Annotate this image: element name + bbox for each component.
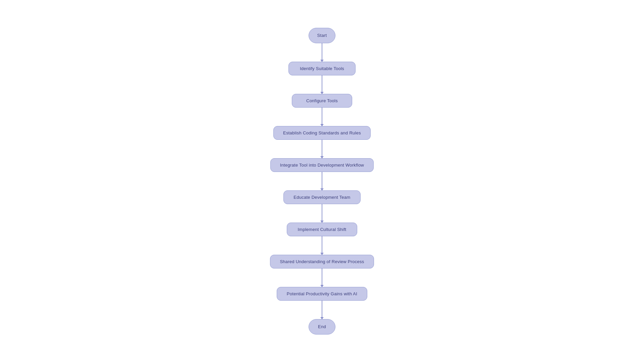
node-productivity-gains: Potential Productivity Gains with AI (277, 287, 367, 301)
flowchart: Start Identify Suitable Tools Configure … (270, 28, 374, 335)
connector-7 (322, 236, 322, 255)
node-end: End (309, 319, 335, 335)
node-configure-tools: Configure Tools (292, 94, 352, 108)
connector-3 (322, 108, 322, 126)
connector-2 (322, 75, 322, 94)
node-educate-team: Educate Development Team (283, 190, 361, 204)
connector-4 (322, 140, 322, 158)
node-identify-tools: Identify Suitable Tools (288, 62, 356, 75)
connector-8 (322, 268, 322, 287)
node-implement-cultural: Implement Cultural Shift (287, 223, 357, 236)
node-integrate-tool: Integrate Tool into Development Workflow (270, 158, 374, 172)
connector-9 (322, 301, 322, 319)
node-establish-coding: Establish Coding Standards and Rules (273, 126, 371, 140)
connector-6 (322, 204, 322, 223)
connector-5 (322, 172, 322, 190)
node-shared-understanding: Shared Understanding of Review Process (270, 255, 374, 268)
connector-1 (322, 43, 322, 62)
node-start: Start (309, 28, 335, 43)
